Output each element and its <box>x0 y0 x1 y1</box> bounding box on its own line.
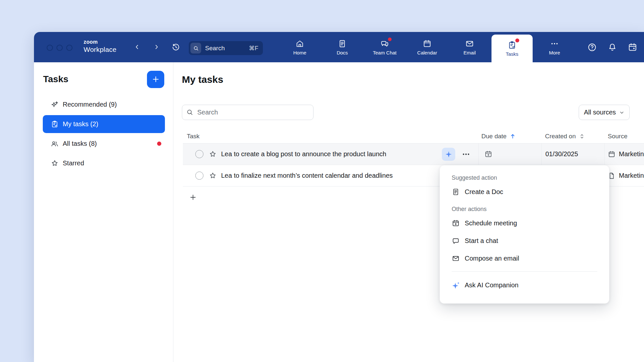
nav-home[interactable]: Home <box>279 32 320 62</box>
window-close-button[interactable] <box>47 45 53 51</box>
sidebar-item-recommended[interactable]: Recommended (9) <box>43 96 165 113</box>
calendar-source-icon <box>608 150 616 158</box>
source-label: Marketing <box>619 172 644 179</box>
add-task-button[interactable] <box>187 192 199 203</box>
team-chat-icon <box>380 39 389 48</box>
task-complete-checkbox[interactable] <box>195 172 203 180</box>
sidebar-item-label: All tasks (8) <box>63 140 97 147</box>
plus-icon <box>189 193 197 201</box>
task-complete-checkbox[interactable] <box>195 150 203 158</box>
ellipsis-icon <box>462 150 470 158</box>
zoom-logo-text: zoom <box>84 39 117 45</box>
chevron-right-icon <box>153 43 160 51</box>
tasks-search-input[interactable] <box>182 105 314 120</box>
calendar-plus-icon <box>452 219 460 227</box>
task-row[interactable]: Lea to create a blog post to announce th… <box>183 143 644 165</box>
nav-more[interactable]: More <box>534 32 575 62</box>
column-header-task[interactable]: Task <box>183 129 478 143</box>
star-icon[interactable] <box>209 172 217 180</box>
chevron-down-icon <box>619 109 625 116</box>
search-icon <box>190 43 201 53</box>
source-cell: Marketing <box>604 165 644 186</box>
notifications-button[interactable] <box>607 42 617 52</box>
ai-companion-icon <box>445 150 453 158</box>
column-header-source[interactable]: Source <box>604 129 644 143</box>
history-clock-icon <box>171 43 180 52</box>
due-date-cell[interactable] <box>478 143 541 165</box>
menu-item-compose-email[interactable]: Compose an email <box>440 249 609 267</box>
window-maximize-button[interactable] <box>66 45 72 51</box>
tasks-badge <box>515 38 519 42</box>
workplace-logo-text: Workplace <box>84 46 117 53</box>
team-chat-badge <box>388 38 392 41</box>
email-icon <box>465 39 474 48</box>
sidebar-item-label: Starred <box>63 159 84 167</box>
topbar-utility-icons <box>587 32 637 62</box>
calendar-icon <box>423 39 432 48</box>
source-cell: Marketing <box>604 143 644 165</box>
sidebar-header: Tasks <box>43 70 164 88</box>
sidebar-item-my-tasks[interactable]: My tasks (2) <box>43 115 165 133</box>
search-icon <box>186 109 193 116</box>
menu-item-create-doc[interactable]: Create a Doc <box>440 183 609 201</box>
clipboard-check-icon <box>51 120 59 128</box>
page-title: My tasks <box>182 74 223 85</box>
sort-toggle-icon <box>579 133 585 140</box>
envelope-icon <box>452 254 460 263</box>
star-icon <box>51 159 59 167</box>
sidebar-menu: Recommended (9) My tasks (2) All tasks (… <box>43 96 165 174</box>
doc-icon <box>452 188 460 196</box>
ai-companion-icon <box>452 281 460 289</box>
back-button[interactable] <box>131 41 143 53</box>
column-header-created-on[interactable]: Created on <box>541 129 604 143</box>
menu-item-start-chat[interactable]: Start a chat <box>440 232 609 249</box>
row-more-button[interactable] <box>461 149 471 159</box>
window-minimize-button[interactable] <box>56 45 63 51</box>
home-icon <box>295 39 304 48</box>
menu-item-ask-ai-companion[interactable]: Ask AI Companion <box>440 276 609 294</box>
menu-item-schedule-meeting[interactable]: Schedule meeting <box>440 214 609 232</box>
more-icon <box>550 39 559 48</box>
docs-icon <box>338 39 347 48</box>
my-tasks-panel: My tasks All sources Task Due date Creat… <box>173 62 644 362</box>
sources-filter-dropdown[interactable]: All sources <box>579 105 630 120</box>
nav-docs[interactable]: Docs <box>322 32 363 62</box>
sort-ascending-icon <box>509 133 516 140</box>
tasks-sidebar: Tasks Recommended (9) My tasks (2) <box>34 62 173 362</box>
sidebar-item-label: Recommended (9) <box>63 101 117 108</box>
nav-calendar[interactable]: Calendar <box>407 32 448 62</box>
people-icon <box>51 140 59 148</box>
zoom-workplace-logo: zoom Workplace <box>84 39 117 53</box>
table-header: Task Due date Created on Source <box>183 129 644 143</box>
column-header-due-date[interactable]: Due date <box>478 129 541 143</box>
sidebar-item-all-tasks[interactable]: All tasks (8) <box>43 135 165 153</box>
global-search-placeholder: Search <box>205 45 225 52</box>
plus-icon <box>152 75 160 83</box>
new-task-button[interactable] <box>147 71 164 88</box>
topbar: zoom Workplace Search ⌘F Home <box>34 32 644 62</box>
window-controls <box>47 45 72 51</box>
tasks-search <box>182 105 314 120</box>
history-button[interactable] <box>170 41 182 53</box>
sidebar-item-starred[interactable]: Starred <box>43 154 165 172</box>
forward-button[interactable] <box>151 41 162 53</box>
sidebar-item-label: My tasks (2) <box>63 120 98 128</box>
primary-nav: Home Docs Team Chat Calendar <box>279 32 575 62</box>
nav-tasks[interactable]: Tasks <box>491 35 533 62</box>
nav-email[interactable]: Email <box>449 32 490 62</box>
menu-divider <box>452 271 597 272</box>
sidebar-title: Tasks <box>43 74 68 84</box>
calendar-event-icon <box>628 42 637 52</box>
global-search[interactable]: Search ⌘F <box>189 41 263 55</box>
star-icon[interactable] <box>209 150 217 158</box>
tasks-icon <box>507 40 517 50</box>
chevron-left-icon <box>134 43 141 51</box>
zoom-workplace-window: zoom Workplace Search ⌘F Home <box>34 32 644 362</box>
meetings-calendar-button[interactable] <box>628 42 637 52</box>
nav-team-chat[interactable]: Team Chat <box>364 32 405 62</box>
ai-companion-button[interactable] <box>442 148 455 161</box>
task-title: Lea to create a blog post to announce th… <box>221 150 386 158</box>
calendar-plus-icon <box>484 150 492 158</box>
help-button[interactable] <box>587 42 597 52</box>
search-shortcut: ⌘F <box>249 45 258 52</box>
